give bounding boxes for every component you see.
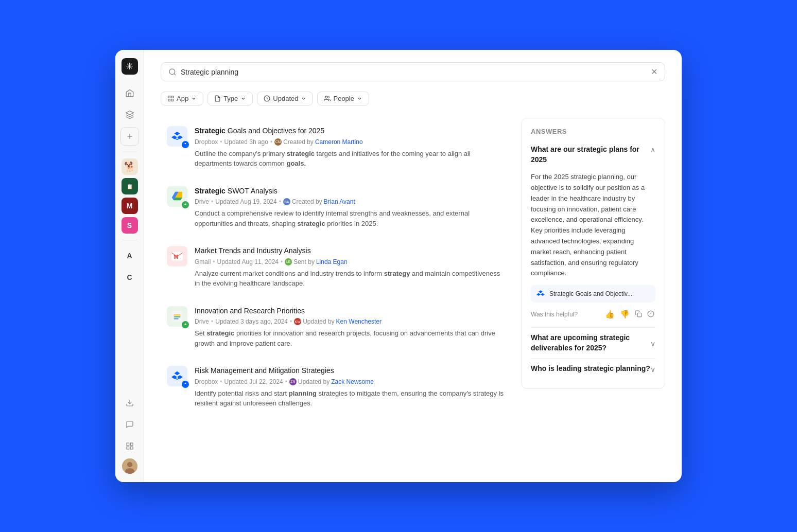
search-clear-button[interactable]: ✕ <box>651 67 657 77</box>
app-window: ✳ 🐕 📋 M S A C <box>115 50 682 482</box>
answer-source-text: Strategic Goals and Objectiv... <box>549 290 632 297</box>
filter-people-label: People <box>333 95 354 102</box>
result-icon-drive-2: + <box>167 306 187 327</box>
badge-overlay-2: + <box>181 201 189 209</box>
result-icon-dropbox-2 <box>167 366 187 386</box>
copy-button[interactable] <box>634 309 643 320</box>
badge-overlay <box>181 140 189 149</box>
sidebar-layers[interactable] <box>120 105 139 124</box>
sidebar-item-c[interactable]: C <box>120 268 139 287</box>
result-title: Strategic Goals and Objectives for 2025 <box>195 126 505 136</box>
sidebar-app-red[interactable]: M <box>122 198 138 214</box>
results-area: Strategic Goals and Objectives for 2025 … <box>161 118 665 470</box>
sidebar-app-pink[interactable]: S <box>122 217 138 234</box>
answer-question-1[interactable]: What are our strategic plans for 2025 ∧ <box>531 143 655 167</box>
answer-source-1[interactable]: Strategic Goals and Objectiv... <box>531 285 655 303</box>
svg-rect-13 <box>171 96 174 98</box>
sidebar: ✳ 🐕 📋 M S A C <box>115 50 144 482</box>
people-icon <box>324 95 331 102</box>
sidebar-item-a[interactable]: A <box>120 246 139 265</box>
svg-point-10 <box>169 69 175 75</box>
thumbs-down-button[interactable]: 👎 <box>619 309 631 320</box>
filter-app[interactable]: App <box>161 92 203 105</box>
chevron-down-icon-2 <box>240 96 246 101</box>
svg-rect-5 <box>127 447 129 449</box>
creator-link[interactable]: Cameron Martino <box>315 138 363 146</box>
svg-rect-15 <box>171 99 174 101</box>
badge-overlay-5 <box>181 380 189 388</box>
svg-rect-22 <box>174 318 179 319</box>
answer-body-1: For the 2025 strategic planning, our obj… <box>531 172 655 279</box>
filter-type-label: Type <box>223 95 238 102</box>
result-title-3: Market Trends and Industry Analysis <box>195 246 505 256</box>
result-desc: Outline the company's primary strategic … <box>195 149 505 169</box>
creator-link-2[interactable]: Brian Avant <box>324 198 355 205</box>
result-content: Strategic Goals and Objectives for 2025 … <box>195 126 505 169</box>
svg-rect-12 <box>168 96 170 98</box>
results-list: Strategic Goals and Objectives for 2025 … <box>161 118 511 470</box>
chevron-down-icon-q3: ∨ <box>650 365 655 374</box>
svg-rect-21 <box>174 316 181 317</box>
result-title-2: Strategic SWOT Analysis <box>195 186 505 197</box>
result-item-4[interactable]: + Innovation and Research Priorities Dri… <box>161 298 511 357</box>
sidebar-chat[interactable] <box>120 415 139 434</box>
result-item[interactable]: Strategic Goals and Objectives for 2025 … <box>161 118 511 177</box>
search-icon <box>168 68 177 76</box>
svg-text:M: M <box>174 254 178 260</box>
chevron-down-icon-q2: ∨ <box>650 340 655 348</box>
answer-question-2[interactable]: What are upcoming strategic deliverables… <box>531 327 655 358</box>
answer-source-icon <box>536 289 545 298</box>
sender-link-3[interactable]: Linda Egan <box>316 258 348 265</box>
result-desc-5: Identify potential risks and start plann… <box>195 388 505 409</box>
sidebar-app-corgi[interactable]: 🐕 <box>122 158 138 175</box>
filter-app-label: App <box>177 95 188 102</box>
answers-panel: Answers What are our strategic plans for… <box>521 118 665 389</box>
search-input[interactable]: Strategic planning <box>181 68 651 76</box>
answer-question-text-1: What are our strategic plans for 2025 <box>531 145 646 165</box>
result-meta-4: Drive • Updated 3 days ago, 2024 • KW Up… <box>195 318 505 325</box>
updater-link-4[interactable]: Ken Wenchester <box>336 318 382 325</box>
sidebar-avatar[interactable] <box>122 458 137 474</box>
sidebar-app-green[interactable]: 📋 <box>122 178 138 194</box>
result-item[interactable]: + Strategic SWOT Analysis Drive • Update… <box>161 178 511 237</box>
sidebar-download[interactable] <box>120 394 139 412</box>
chevron-down-icon <box>191 96 197 101</box>
answer-question-3[interactable]: Who is leading strategic planning? ∨ <box>531 358 655 379</box>
chevron-down-icon-4 <box>357 96 362 101</box>
filter-people[interactable]: People <box>317 92 369 105</box>
result-icon-dropbox <box>167 126 187 147</box>
answer-question-text-2: What are upcoming strategic deliverables… <box>531 333 650 353</box>
svg-rect-14 <box>168 99 170 101</box>
logo[interactable]: ✳ <box>122 58 138 75</box>
result-icon-drive: + <box>167 186 187 207</box>
thumbs-up-button[interactable]: 👍 <box>604 309 616 320</box>
svg-rect-20 <box>174 314 181 315</box>
result-item-5[interactable]: Risk Management and Mitigation Strategie… <box>161 358 511 417</box>
filter-updated-label: Updated <box>273 95 298 102</box>
sidebar-new[interactable] <box>120 127 139 146</box>
sidebar-divider-1 <box>123 152 137 152</box>
answers-panel-title: Answers <box>531 128 655 135</box>
sidebar-bottom <box>120 394 139 474</box>
updater-link-5[interactable]: Zack Newsome <box>331 378 374 385</box>
filter-bar: App Type Updated People <box>161 92 665 105</box>
filter-updated[interactable]: Updated <box>257 92 313 105</box>
result-title-4: Innovation and Research Priorities <box>195 306 505 316</box>
svg-point-8 <box>127 462 132 467</box>
chevron-down-icon-3 <box>301 96 306 101</box>
info-button[interactable] <box>646 309 655 320</box>
clock-icon <box>264 95 270 102</box>
result-item-3[interactable]: M Market Trends and Industry Analysis Gm… <box>161 238 511 297</box>
result-meta-3: Gmail • Updated Aug 11, 2024 • LE Sent b… <box>195 258 505 265</box>
svg-point-17 <box>325 96 327 98</box>
filter-type[interactable]: Type <box>207 92 253 105</box>
sidebar-grid[interactable] <box>120 437 139 455</box>
result-icon-gmail: M <box>167 246 187 267</box>
result-desc-2: Conduct a comprehensive review to identi… <box>195 208 505 228</box>
sidebar-home[interactable] <box>120 84 139 102</box>
sidebar-divider-2 <box>123 240 137 240</box>
result-meta: Dropbox • Updated 3h ago • CM Created by… <box>195 138 505 146</box>
answer-question-text-3: Who is leading strategic planning? <box>531 364 650 374</box>
result-desc-4: Set strategic priorities for innovation … <box>195 328 505 348</box>
result-content-2: Strategic SWOT Analysis Drive • Updated … <box>195 186 505 229</box>
